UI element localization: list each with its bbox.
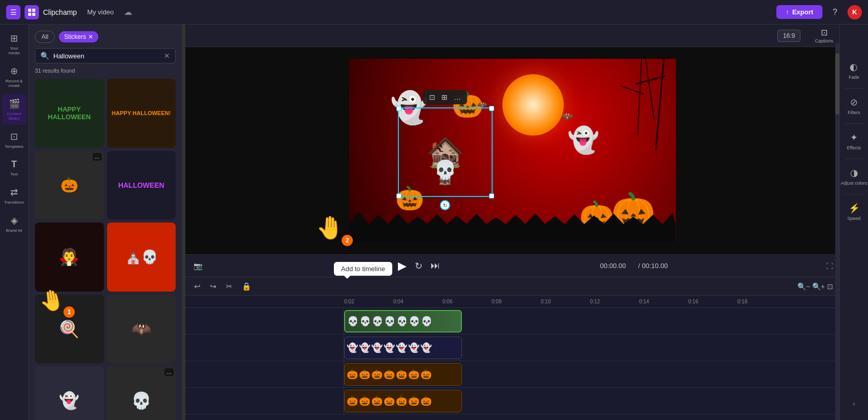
search-clear-button[interactable]: ✕ [164, 52, 170, 60]
selected-element[interactable]: ⊡ ⊞ … 🏚️ 💀 🏚️ [398, 107, 493, 197]
transitions-icon: ⇄ [10, 187, 18, 198]
handle-top-left[interactable] [396, 106, 401, 111]
pumpkin-1-frame-4: 🎃 [384, 369, 395, 380]
screenshot-button[interactable]: 📷 [192, 260, 204, 272]
filter-stickers-label: Stickers [64, 33, 86, 40]
icon-sidebar: ⊞ Your media ⊕ Record & create 🎬 Content… [0, 25, 29, 420]
sticker-item-2[interactable]: HAPPY HALLOWEEN! [107, 79, 176, 148]
ghost-right: 👻 [567, 125, 599, 155]
hand-cursor-2: 🤚 [316, 214, 344, 241]
handle-bottom-left[interactable] [396, 193, 401, 198]
pumpkin-2-track-clip[interactable]: 🎃 🎃 🎃 🎃 🎃 🎃 🎃 [344, 390, 462, 412]
sidebar-label-your-media: Your media [4, 46, 25, 55]
zoom-out-button[interactable]: 🔍− [797, 282, 810, 291]
right-panel-filters[interactable]: ⊘ Filters [848, 97, 860, 115]
sidebar-label-templates: Templates [5, 144, 23, 149]
crop-tool-button[interactable]: ⊡ [427, 92, 437, 102]
right-panel-effects[interactable]: ✦ Effects [847, 132, 861, 150]
rotation-handle[interactable]: ↻ [440, 200, 450, 210]
sidebar-item-transitions[interactable]: ⇄ Transitions [2, 183, 27, 209]
time-label-004: 0:04 [393, 299, 442, 304]
sidebar-item-record-create[interactable]: ⊕ Record & create [2, 61, 27, 92]
undo-button[interactable]: ↩ [192, 280, 203, 293]
pip-tool-button[interactable]: ⊞ [439, 92, 450, 102]
sidebar-item-templates[interactable]: ⊡ Templates [2, 127, 27, 153]
sticker-item-1[interactable]: HAPPYHALLOWEEN [35, 79, 104, 148]
captions-button[interactable]: ⊡ Captions [815, 28, 833, 43]
right-panel-divider-2 [845, 123, 863, 124]
timeline-toolbar: ↩ ↪ ✂ 🔒 🔍− 🔍+ ⊡ [185, 277, 839, 296]
right-panel-fade[interactable]: ◐ Fade [849, 61, 859, 80]
search-input[interactable] [53, 52, 160, 60]
play-button[interactable]: ▶ [396, 257, 409, 275]
right-panel-adjust-colors[interactable]: ◑ Adjust colors [841, 167, 867, 186]
video-title[interactable]: My video [83, 6, 118, 18]
pumpkin-1-track-clip[interactable]: 🎃 🎃 🎃 🎃 🎃 🎃 🎃 [344, 363, 462, 386]
text-icon: T [11, 159, 17, 170]
more-options-button[interactable]: … [452, 92, 463, 102]
fade-label: Fade [849, 75, 859, 80]
pumpkin-1-track-content: 🎃 🎃 🎃 🎃 🎃 🎃 🎃 [344, 361, 839, 387]
export-button[interactable]: ↑ Export [776, 5, 822, 19]
fullscreen-button[interactable]: ⛶ [826, 262, 833, 270]
results-count: 31 results found [35, 68, 176, 74]
redo-button[interactable]: ↪ [207, 280, 219, 293]
scene-background: 👻 👻 🎃 🎃 🎃 🎃 🦇 🦇 ⊡ ⊞ … [349, 59, 676, 242]
lock-button[interactable]: 🔒 [239, 280, 254, 293]
timecode-current: 00:00.00 [600, 262, 626, 270]
sticker-item-3[interactable]: 🎃 … [35, 151, 104, 220]
sticker-item-5[interactable]: 🧛 [35, 223, 104, 292]
right-panel-divider-1 [845, 88, 863, 89]
right-panel-collapse[interactable]: ‹ [853, 400, 855, 414]
sidebar-label-brand: Brand kit [6, 228, 23, 233]
skeleton-track-label [185, 308, 344, 334]
skeleton-track-clip[interactable]: 💀 💀 💀 💀 💀 💀 💀 [344, 310, 462, 333]
ghost-clip-frames: 👻 👻 👻 👻 👻 👻 👻 [345, 337, 434, 359]
fade-icon: ◐ [850, 61, 858, 73]
filter-tag-close-button[interactable]: ✕ [88, 33, 93, 40]
handle-bottom-right[interactable] [489, 193, 494, 198]
sidebar-item-your-media[interactable]: ⊞ Your media [2, 29, 27, 59]
right-panel-speed[interactable]: ⚡ Speed [847, 203, 860, 221]
handle-top-right[interactable] [489, 106, 494, 111]
cut-button[interactable]: ✂ [223, 280, 235, 293]
captions-label: Captions [815, 38, 833, 43]
skip-forward-button[interactable]: ⏭ [429, 258, 442, 273]
hamburger-icon[interactable]: ☰ [6, 5, 20, 19]
sticker-more-button-10[interactable]: … [164, 368, 174, 376]
right-panel-divider-4 [845, 194, 863, 194]
sticker-item-4[interactable]: HALLOWEEN [107, 151, 176, 220]
sticker-item-8[interactable]: 🦇 [107, 295, 176, 364]
sticker-item-6[interactable]: ⛪💀 [107, 223, 176, 292]
time-label-012: 0:12 [590, 299, 639, 304]
fast-forward-button[interactable]: ↻ [413, 258, 425, 274]
content-library-icon: 🎬 [9, 98, 20, 109]
pumpkin-2-clip-frames: 🎃 🎃 🎃 🎃 🎃 🎃 🎃 [345, 390, 434, 412]
zoom-in-button[interactable]: 🔍+ [812, 282, 825, 291]
sidebar-item-content-library[interactable]: 🎬 Content library [2, 94, 27, 125]
pumpkin-2-frame-5: 🎃 [396, 395, 407, 407]
timeline-tracks: 💀 💀 💀 💀 💀 💀 💀 [185, 308, 839, 420]
sticker-item-10[interactable]: 💀 … [107, 366, 176, 420]
timeline-scrollbar[interactable] [835, 308, 839, 420]
pumpkin-1-frame-1: 🎃 [347, 369, 358, 380]
pumpkin-2-track-label [185, 388, 344, 414]
ghost-track-clip[interactable]: 👻 👻 👻 👻 👻 👻 👻 [344, 337, 462, 359]
search-box: 🔍 ✕ [35, 48, 176, 63]
fit-timeline-button[interactable]: ⊡ [827, 282, 833, 291]
media-icon: ⊞ [10, 33, 18, 44]
sticker-more-button-3[interactable]: … [93, 153, 102, 161]
svg-rect-2 [28, 13, 31, 16]
sidebar-item-text[interactable]: T Text [2, 155, 27, 181]
filter-stickers-tag: Stickers ✕ [59, 31, 98, 42]
help-button[interactable]: ? [829, 6, 841, 19]
aspect-ratio-button[interactable]: 16:9 [777, 30, 800, 42]
timeline-zoom: 🔍− 🔍+ ⊡ [797, 282, 833, 291]
user-avatar[interactable]: K [848, 5, 862, 19]
pumpkin-1-track-label [185, 361, 344, 387]
filter-all-button[interactable]: All [35, 31, 55, 43]
video-preview-wrapper: 👻 👻 🎃 🎃 🎃 🎃 🦇 🦇 ⊡ ⊞ … [185, 47, 839, 254]
sidebar-item-brand-kit[interactable]: ◈ Brand kit [2, 211, 27, 237]
sticker-item-9[interactable]: 👻 [35, 366, 104, 420]
app-name: Clipchamp [43, 8, 77, 16]
